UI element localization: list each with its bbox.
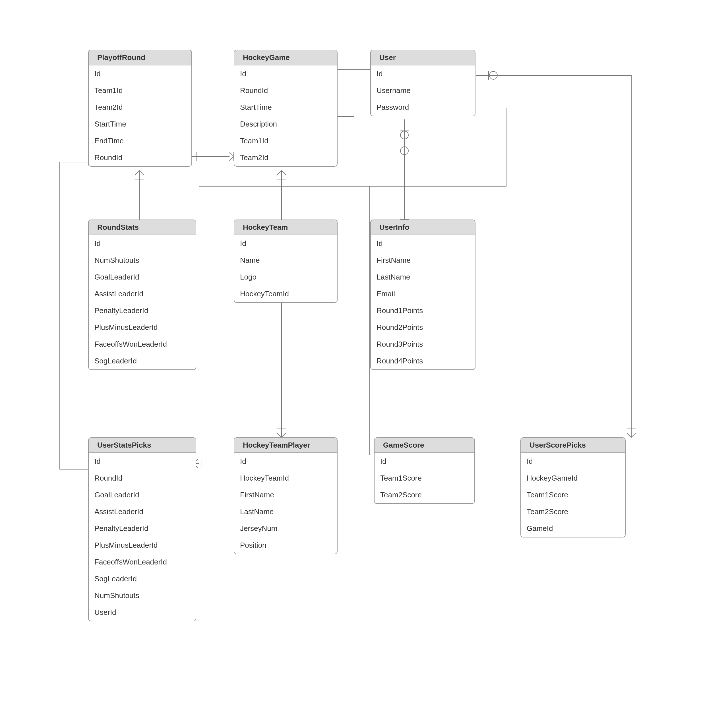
entity-field: JerseyNum bbox=[234, 520, 337, 537]
entity-playoffround: PlayoffRound IdTeam1IdTeam2IdStartTimeEn… bbox=[88, 50, 192, 167]
entity-field: LastName bbox=[371, 269, 475, 286]
entity-field: NumShutouts bbox=[89, 587, 196, 604]
entity-field: Team1Id bbox=[89, 82, 191, 99]
entity-field: FirstName bbox=[371, 252, 475, 269]
entity-field: FaceoffsWonLeaderId bbox=[89, 336, 196, 353]
svg-point-2 bbox=[489, 71, 497, 80]
entity-field: Id bbox=[375, 453, 474, 470]
entity-field: PenaltyLeaderId bbox=[89, 302, 196, 319]
svg-point-0 bbox=[401, 131, 408, 139]
entity-field: SogLeaderId bbox=[89, 570, 196, 587]
entity-gamescore: GameScore IdTeam1ScoreTeam2Score bbox=[374, 437, 475, 504]
entity-field: Id bbox=[521, 453, 625, 470]
entity-field: Id bbox=[234, 453, 337, 470]
svg-point-1 bbox=[401, 147, 408, 155]
entity-field: Round4Points bbox=[371, 353, 475, 369]
entity-field: Team2Score bbox=[375, 486, 474, 503]
entity-field: GoalLeaderId bbox=[89, 486, 196, 503]
entity-field: StartTime bbox=[89, 116, 191, 133]
entity-field: HockeyTeamId bbox=[234, 470, 337, 486]
entity-field: GameId bbox=[521, 520, 625, 537]
entity-field: Id bbox=[89, 66, 191, 82]
entity-field: Password bbox=[371, 99, 475, 116]
entity-field: FaceoffsWonLeaderId bbox=[89, 554, 196, 570]
entity-userstatspicks: UserStatsPicks IdRoundIdGoalLeaderIdAssi… bbox=[88, 437, 196, 621]
entity-field: Team2Id bbox=[89, 99, 191, 116]
entity-header: GameScore bbox=[375, 438, 474, 453]
entity-field: SogLeaderId bbox=[89, 353, 196, 369]
entity-field: Description bbox=[234, 116, 337, 133]
entity-header: PlayoffRound bbox=[89, 50, 191, 66]
entity-field: GoalLeaderId bbox=[89, 269, 196, 286]
entity-hockeyteamplayer: HockeyTeamPlayer IdHockeyTeamIdFirstName… bbox=[234, 437, 338, 554]
entity-field: Team1Id bbox=[234, 133, 337, 149]
entity-field: FirstName bbox=[234, 486, 337, 503]
entity-field: Id bbox=[234, 235, 337, 252]
entity-userinfo: UserInfo IdFirstNameLastNameEmailRound1P… bbox=[370, 220, 476, 370]
entity-header: RoundStats bbox=[89, 220, 196, 235]
entity-field: PenaltyLeaderId bbox=[89, 520, 196, 537]
entity-field: Round1Points bbox=[371, 302, 475, 319]
entity-header: UserInfo bbox=[371, 220, 475, 235]
entity-field: PlusMinusLeaderId bbox=[89, 537, 196, 554]
entity-field: RoundId bbox=[234, 82, 337, 99]
entity-field: NumShutouts bbox=[89, 252, 196, 269]
entity-field: EndTime bbox=[89, 133, 191, 149]
entity-field: Id bbox=[89, 235, 196, 252]
entity-field: RoundId bbox=[89, 149, 191, 166]
entity-field: Team1Score bbox=[375, 470, 474, 486]
entity-field: Logo bbox=[234, 269, 337, 286]
entity-field: AssistLeaderId bbox=[89, 503, 196, 520]
entity-header: HockeyTeamPlayer bbox=[234, 438, 337, 453]
entity-field: LastName bbox=[234, 503, 337, 520]
entity-field: HockeyTeamId bbox=[234, 286, 337, 302]
entity-field: Id bbox=[371, 66, 475, 82]
entity-hockeygame: HockeyGame IdRoundIdStartTimeDescription… bbox=[234, 50, 338, 167]
entity-field: Name bbox=[234, 252, 337, 269]
entity-header: User bbox=[371, 50, 475, 66]
entity-field: Id bbox=[89, 453, 196, 470]
er-diagram: PlayoffRound IdTeam1IdTeam2IdStartTimeEn… bbox=[0, 0, 728, 728]
entity-field: Team2Score bbox=[521, 503, 625, 520]
entity-header: UserStatsPicks bbox=[89, 438, 196, 453]
entity-field: Position bbox=[234, 537, 337, 554]
entity-userscorepicks: UserScorePicks IdHockeyGameIdTeam1ScoreT… bbox=[520, 437, 626, 537]
entity-field: AssistLeaderId bbox=[89, 286, 196, 302]
entity-field: Id bbox=[371, 235, 475, 252]
entity-header: HockeyTeam bbox=[234, 220, 337, 235]
entity-field: Username bbox=[371, 82, 475, 99]
entity-field: Round2Points bbox=[371, 319, 475, 336]
entity-field: Team2Id bbox=[234, 149, 337, 166]
entity-field: HockeyGameId bbox=[521, 470, 625, 486]
entity-header: UserScorePicks bbox=[521, 438, 625, 453]
entity-user: User IdUsernamePassword bbox=[370, 50, 476, 116]
entity-field: Id bbox=[234, 66, 337, 82]
entity-field: StartTime bbox=[234, 99, 337, 116]
entity-field: UserId bbox=[89, 604, 196, 621]
entity-field: Team1Score bbox=[521, 486, 625, 503]
entity-field: RoundId bbox=[89, 470, 196, 486]
entity-hockeyteam: HockeyTeam IdNameLogoHockeyTeamId bbox=[234, 220, 338, 303]
entity-roundstats: RoundStats IdNumShutoutsGoalLeaderIdAssi… bbox=[88, 220, 196, 370]
entity-header: HockeyGame bbox=[234, 50, 337, 66]
entity-field: Round3Points bbox=[371, 336, 475, 353]
entity-field: PlusMinusLeaderId bbox=[89, 319, 196, 336]
entity-field: Email bbox=[371, 286, 475, 302]
